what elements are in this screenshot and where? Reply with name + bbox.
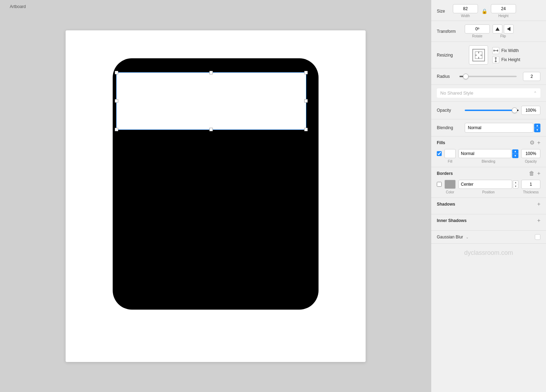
opacity-slider-track <box>465 110 518 111</box>
resizing-constraints-icon <box>474 50 484 60</box>
border-color-swatch[interactable] <box>444 180 456 189</box>
flip-horizontal-icon <box>506 27 511 31</box>
transform-section: Transform Rotate <box>431 21 546 42</box>
rotate-sublabel: Rotate <box>472 34 482 38</box>
fix-width-icon-svg <box>493 49 498 52</box>
border-row: Center ▲ ▼ <box>437 180 540 189</box>
artboard-label: Artboard <box>10 4 26 9</box>
border-thickness-input[interactable] <box>521 180 540 189</box>
inner-shadows-actions: + <box>537 218 540 223</box>
blending-stepper[interactable]: ▲ ▼ <box>534 124 540 132</box>
inner-shadows-header: Inner Shadows + <box>437 218 540 223</box>
black-rounded-rect[interactable] <box>113 58 319 310</box>
borders-actions: 🗑 + <box>529 171 540 176</box>
borders-delete-icon[interactable]: 🗑 <box>529 171 534 176</box>
svg-marker-1 <box>507 27 510 31</box>
radius-slider-thumb[interactable] <box>463 74 469 79</box>
watermark: dyclassroom.com <box>431 244 546 262</box>
height-input[interactable] <box>491 4 516 13</box>
shared-style-section: No Shared Style ⌃ <box>431 85 546 102</box>
radius-section: Radius <box>431 68 546 85</box>
watermark-text: dyclassroom.com <box>464 249 513 256</box>
border-position-stepper-up[interactable]: ▲ <box>513 181 518 184</box>
resizing-label: Resizing <box>437 53 465 58</box>
fix-width-icon <box>492 47 499 54</box>
fill-checkbox[interactable] <box>437 151 442 156</box>
shadows-header: Shadows + <box>437 201 540 207</box>
gaussian-blur-label: Gaussian Blur <box>437 235 463 239</box>
borders-header: Borders 🗑 + <box>437 171 540 176</box>
border-position-stepper-down[interactable]: ▼ <box>513 185 518 188</box>
blending-label: Blending <box>437 125 465 130</box>
fix-width-option[interactable]: Fix Width <box>492 47 520 54</box>
fills-header: Fills ⚙ + <box>437 140 540 146</box>
blending-stepper-up[interactable]: ▲ <box>534 124 540 128</box>
lock-icon[interactable]: 🔒 <box>481 8 488 14</box>
flip-vertical-button[interactable] <box>493 24 502 34</box>
resizing-section: Resizing <box>431 42 546 68</box>
shadows-add-icon[interactable]: + <box>537 201 540 207</box>
fill-blending-stepper-down[interactable]: ▼ <box>512 154 518 158</box>
borders-title: Borders <box>437 171 453 176</box>
opacity-section: Opacity <box>431 102 546 119</box>
fills-section: Fills ⚙ + Normal ▲ ▼ Fill <box>431 136 546 167</box>
border-position-stepper[interactable]: ▲ ▼ <box>513 180 518 188</box>
fill-opacity-input[interactable] <box>521 149 540 158</box>
fill-color-swatch[interactable] <box>444 149 456 158</box>
svg-marker-0 <box>495 27 500 31</box>
fix-width-label: Fix Width <box>501 48 519 53</box>
opacity-input[interactable] <box>521 106 540 115</box>
radius-slider[interactable] <box>459 73 517 80</box>
opacity-slider-fill <box>465 110 516 111</box>
gaussian-blur-checkbox[interactable] <box>535 234 540 240</box>
blending-value: Normal <box>468 125 481 130</box>
border-checkbox[interactable] <box>437 182 442 187</box>
fills-actions: ⚙ + <box>530 140 540 146</box>
flip-horizontal-button[interactable] <box>504 24 514 34</box>
flip-sublabel: Flip <box>500 34 506 38</box>
border-color-label: Color <box>444 190 456 194</box>
shared-style-text: No Shared Style <box>440 90 473 96</box>
border-position-select[interactable]: Center <box>458 180 512 189</box>
opacity-label: Opacity <box>437 108 465 113</box>
opacity-slider[interactable] <box>465 107 518 114</box>
fill-label: Fill <box>444 160 456 163</box>
fill-blending-label: Blending <box>458 160 518 163</box>
gaussian-chevron-icon[interactable]: ⌄ <box>466 235 469 239</box>
fills-gear-icon[interactable]: ⚙ <box>530 140 534 146</box>
fix-height-icon-svg <box>494 57 498 62</box>
radius-slider-track <box>459 76 517 77</box>
resizing-icon-inner <box>472 49 485 61</box>
fill-blending-stepper-up[interactable]: ▲ <box>512 149 518 154</box>
opacity-slider-thumb[interactable] <box>512 108 517 113</box>
height-sublabel: Height <box>499 14 509 18</box>
fix-height-option[interactable]: Fix Height <box>492 56 520 63</box>
radius-input[interactable] <box>523 72 540 81</box>
rotate-input[interactable] <box>465 24 490 34</box>
border-sub-labels: Color Position Thickness <box>437 190 540 194</box>
shadows-section: Shadows + <box>431 198 546 214</box>
canvas-content <box>0 0 431 392</box>
inner-shadows-title: Inner Shadows <box>437 218 466 223</box>
gaussian-blur-section: Gaussian Blur ⌄ <box>431 231 546 244</box>
fill-row: Normal ▲ ▼ <box>437 149 540 158</box>
resizing-options: Fix Width Fix Height <box>492 47 520 63</box>
fill-blending-select[interactable]: Normal <box>458 149 511 158</box>
blending-select[interactable]: Normal <box>465 123 533 133</box>
shared-style-dropdown[interactable]: No Shared Style ⌃ <box>437 88 540 98</box>
borders-add-icon[interactable]: + <box>537 171 540 176</box>
canvas-area: Artboard <box>0 0 431 392</box>
white-rect-element[interactable] <box>116 72 306 130</box>
fills-title: Fills <box>437 140 445 145</box>
flip-vertical-icon <box>495 27 500 31</box>
fill-opacity-label: Opacity <box>521 160 540 163</box>
inner-shadows-add-icon[interactable]: + <box>537 218 540 223</box>
width-input[interactable] <box>453 4 478 13</box>
fix-height-label: Fix Height <box>501 57 520 62</box>
border-position-value: Center <box>461 182 473 187</box>
fills-add-icon[interactable]: + <box>537 140 540 146</box>
fix-height-icon <box>492 56 499 63</box>
blending-stepper-down[interactable]: ▼ <box>534 128 540 132</box>
resizing-icon-box[interactable] <box>469 45 488 65</box>
fill-blending-stepper[interactable]: ▲ ▼ <box>512 149 518 158</box>
